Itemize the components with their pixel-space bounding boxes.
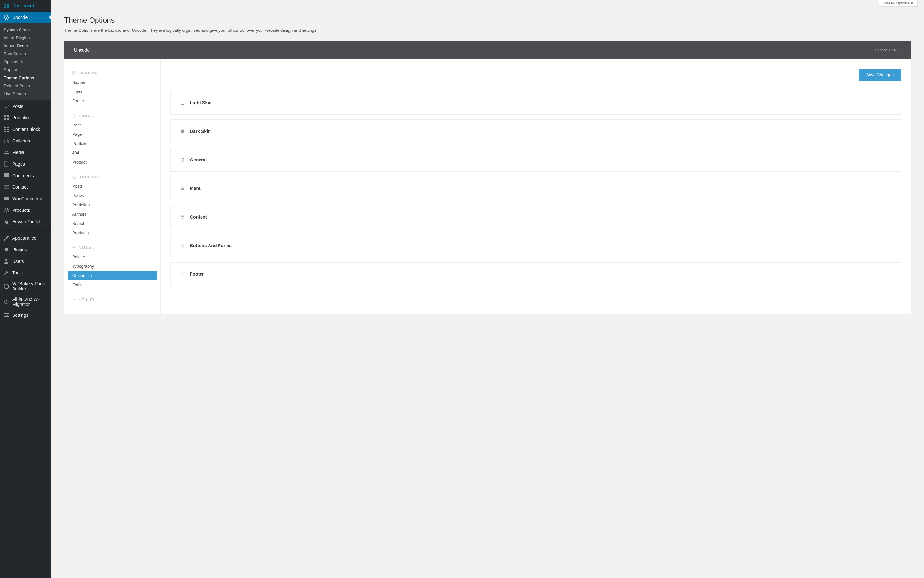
uncode-icon bbox=[3, 14, 10, 21]
wp-submenu-system-status[interactable]: System Status bbox=[0, 26, 51, 34]
wp-menu-label: Comments bbox=[12, 173, 34, 178]
opt-row-light-skin[interactable]: Light Skin bbox=[170, 91, 901, 115]
opt-item-products[interactable]: Products bbox=[68, 228, 157, 237]
layout-icon bbox=[72, 71, 79, 75]
svg-point-44 bbox=[181, 274, 182, 275]
envato-icon bbox=[3, 219, 10, 225]
opt-item-product[interactable]: Product bbox=[68, 157, 157, 167]
wp-submenu-theme-options[interactable]: Theme Options bbox=[0, 74, 51, 82]
opt-item-page[interactable]: Page bbox=[68, 130, 157, 139]
wp-submenu-support[interactable]: Support bbox=[0, 66, 51, 74]
wp-menu-settings[interactable]: Settings bbox=[0, 309, 51, 321]
globe-icon bbox=[180, 157, 190, 162]
wp-menu-appearance[interactable]: Appearance bbox=[0, 232, 51, 244]
wp-menu-label: Tools bbox=[12, 270, 23, 275]
opt-section-label: General bbox=[79, 71, 99, 75]
opt-item-post[interactable]: Post bbox=[68, 120, 157, 130]
wp-menu-pages[interactable]: Pages bbox=[0, 158, 51, 170]
opt-item-customize[interactable]: Customize bbox=[68, 271, 157, 280]
wp-submenu-font-stacks[interactable]: Font Stacks bbox=[0, 50, 51, 58]
opt-row-buttons-and-forms[interactable]: Buttons And Forms bbox=[170, 234, 901, 257]
wp-menu-contact[interactable]: Contact bbox=[0, 181, 51, 193]
wp-menu-label: Settings bbox=[12, 313, 29, 318]
wp-menu-plugins[interactable]: Plugins bbox=[0, 244, 51, 255]
wp-menu-label: Pages bbox=[12, 161, 25, 167]
wp-submenu-import-demo[interactable]: Import Demo bbox=[0, 42, 51, 50]
wp-menu-envato-toolkit[interactable]: Envato Toolkit bbox=[0, 216, 51, 227]
wp-menu-label: Plugins bbox=[12, 247, 27, 252]
wpb-icon bbox=[3, 283, 10, 289]
opt-item-search[interactable]: Search bbox=[68, 219, 157, 228]
wp-submenu-related-posts[interactable]: Related Posts bbox=[0, 82, 51, 90]
wp-menu-uncode[interactable]: Uncode bbox=[0, 11, 51, 23]
svg-point-22 bbox=[5, 313, 6, 314]
svg-rect-15 bbox=[4, 197, 9, 200]
svg-rect-33 bbox=[181, 130, 185, 133]
gear-icon bbox=[72, 298, 79, 302]
wp-menu-all-in-one-wp-migration[interactable]: All-in-One WP Migration bbox=[0, 294, 51, 309]
svg-rect-1 bbox=[7, 115, 9, 117]
opt-item-navbar[interactable]: Navbar bbox=[68, 78, 157, 87]
svg-point-31 bbox=[74, 299, 75, 300]
opt-item-404[interactable]: 404 bbox=[68, 148, 157, 157]
svg-rect-6 bbox=[4, 129, 6, 130]
opt-item-layout[interactable]: Layout bbox=[68, 87, 157, 96]
wp-menu-dashboard[interactable]: Dashboard bbox=[0, 0, 51, 11]
wp-menu-label: Media bbox=[12, 150, 24, 155]
opt-item-pages[interactable]: Pages bbox=[68, 191, 157, 200]
svg-point-46 bbox=[183, 274, 184, 275]
wp-menu-galleries[interactable]: Galleries bbox=[0, 135, 51, 147]
svg-rect-9 bbox=[7, 131, 9, 132]
svg-point-30 bbox=[74, 247, 75, 248]
opt-item-authors[interactable]: Authors bbox=[68, 209, 157, 219]
options-panel: Uncode Uncode 1.7.RC2 GeneralNavbarLayou… bbox=[64, 41, 911, 314]
opt-item-portfolios[interactable]: Portfolios bbox=[68, 200, 157, 209]
page-title: Theme Options bbox=[64, 16, 911, 25]
opt-item-posts[interactable]: Posts bbox=[68, 182, 157, 191]
wp-menu-portfolio[interactable]: Portfolio bbox=[0, 112, 51, 123]
save-button[interactable]: Save Changes bbox=[859, 69, 901, 81]
opt-row-content[interactable]: Content bbox=[170, 205, 901, 229]
wp-submenu-install-plugins[interactable]: Install Plugins bbox=[0, 34, 51, 42]
opt-row-menu[interactable]: Menu bbox=[170, 177, 901, 200]
user-icon bbox=[3, 258, 10, 265]
wp-menu-label: Appearance bbox=[12, 235, 37, 241]
opt-row-dark-skin[interactable]: Dark Skin bbox=[170, 119, 901, 143]
wp-menu-products[interactable]: Products bbox=[0, 205, 51, 216]
opt-row-label: Light Skin bbox=[190, 100, 212, 105]
opt-item-extra[interactable]: Extra bbox=[68, 280, 157, 289]
opt-item-typography[interactable]: Typography bbox=[68, 261, 157, 271]
brush-icon bbox=[3, 235, 10, 241]
opt-row-label: Dark Skin bbox=[190, 129, 211, 134]
svg-point-24 bbox=[5, 316, 7, 317]
svg-rect-25 bbox=[73, 71, 76, 75]
wp-menu-posts[interactable]: Posts bbox=[0, 101, 51, 112]
opt-section-label: Archives bbox=[79, 175, 100, 179]
screen-options-toggle[interactable]: Screen Options ▼ bbox=[879, 0, 918, 7]
wp-menu-media[interactable]: Media bbox=[0, 147, 51, 158]
woo-icon bbox=[3, 195, 10, 202]
svg-rect-32 bbox=[181, 101, 185, 105]
opt-item-palette[interactable]: Palette bbox=[68, 252, 157, 261]
panel-header: Uncode Uncode 1.7.RC2 bbox=[65, 41, 911, 59]
wp-menu-label: WooCommerce bbox=[12, 196, 43, 201]
wp-submenu-live-search[interactable]: Live Search bbox=[0, 90, 51, 98]
opt-item-footer[interactable]: Footer bbox=[68, 96, 157, 106]
wp-menu-users[interactable]: Users bbox=[0, 255, 51, 267]
dots-icon bbox=[180, 272, 190, 276]
panel-version: Uncode 1.7.RC2 bbox=[875, 48, 901, 52]
square-empty-icon bbox=[180, 101, 190, 105]
opt-row-general[interactable]: General bbox=[170, 148, 901, 172]
wp-menu-wpbakery-page-builder[interactable]: WPBakery Page Builder bbox=[0, 279, 51, 294]
opt-row-footer[interactable]: Footer bbox=[170, 262, 901, 286]
wp-menu-content-block[interactable]: Content Block bbox=[0, 123, 51, 135]
wp-submenu-options-utils[interactable]: Options Utils bbox=[0, 58, 51, 66]
wp-menu-tools[interactable]: Tools bbox=[0, 267, 51, 279]
mail-icon bbox=[3, 184, 10, 190]
wp-menu-woocommerce[interactable]: WooCommerce bbox=[0, 193, 51, 205]
wp-menu-label: Uncode bbox=[12, 15, 28, 20]
svg-rect-13 bbox=[4, 153, 9, 154]
wp-menu-comments[interactable]: Comments bbox=[0, 170, 51, 181]
opt-item-portfolio[interactable]: Portfolio bbox=[68, 139, 157, 148]
settings-icon bbox=[3, 312, 10, 318]
